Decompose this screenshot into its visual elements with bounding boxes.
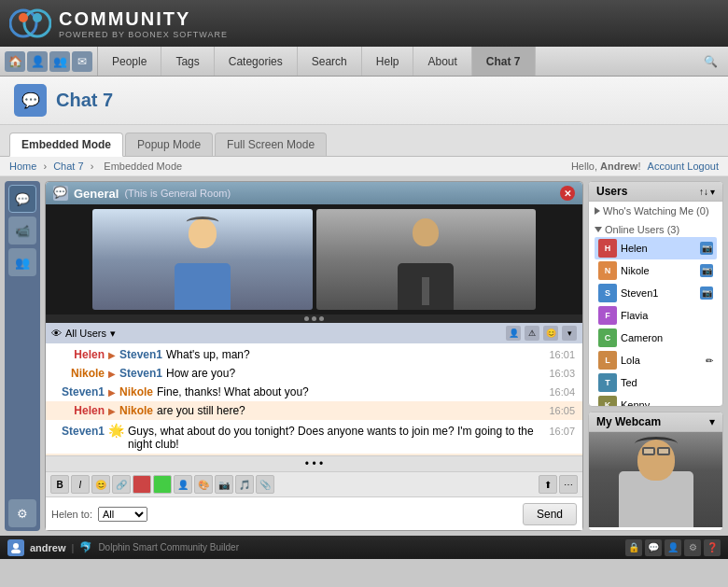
user-cam-steven1: 📷 (700, 287, 713, 300)
nav-bar: 🏠 👤 👥 ✉ People Tags Categories Search He… (0, 47, 728, 77)
users-panel: Users ↑↓ ▾ Who's Watching Me (0) Online … (588, 181, 723, 407)
toolbar-italic[interactable]: I (71, 475, 90, 494)
filter-settings-icon[interactable]: ▾ (562, 326, 577, 341)
user-item-nikole[interactable]: N Nikole 📷 (595, 259, 717, 282)
toolbar-bold[interactable]: B (50, 475, 69, 494)
user-item-flavia[interactable]: F Flavia (595, 304, 717, 327)
tab-people[interactable]: People (98, 47, 161, 76)
tab-search[interactable]: Search (298, 47, 362, 76)
msg-1: Helen ▶ Steven1 What's up, man? 16:01 (46, 345, 582, 364)
user-item-lola[interactable]: L Lola ✏ (595, 349, 717, 371)
sidebar-users-icon[interactable]: 👥 (8, 248, 36, 276)
sidebar-settings-icon[interactable]: ⚙ (8, 499, 36, 527)
tab-fullscreen[interactable]: Full Screen Mode (215, 133, 327, 156)
svg-point-3 (33, 13, 42, 22)
tab-popup[interactable]: Popup Mode (125, 133, 213, 156)
user-item-kenny[interactable]: K Kenny (595, 394, 717, 407)
input-to-label: Helen to: (51, 509, 92, 520)
webcam-title: My Webcam (596, 415, 661, 428)
bottom-separator: | (72, 542, 75, 553)
chat-close-button[interactable]: ✕ (560, 186, 575, 201)
right-panel: Users ↑↓ ▾ Who's Watching Me (0) Online … (588, 181, 723, 531)
user-item-steven1[interactable]: S Steven1 📷 (595, 282, 717, 304)
toolbar-extra2[interactable]: 📷 (215, 475, 233, 494)
breadcrumb-chat7[interactable]: Chat 7 (53, 161, 83, 172)
toolbar-extra3[interactable]: 🎵 (235, 475, 254, 494)
toolbar-emoji[interactable]: 😊 (91, 475, 110, 494)
user-cam-nikole: 📷 (700, 264, 713, 277)
filter-dropdown-icon[interactable]: ▾ (110, 328, 116, 340)
nav-group-icon[interactable]: 👥 (49, 51, 70, 72)
toolbar-extra4[interactable]: 📎 (256, 475, 274, 494)
user-avatar-lola: L (598, 351, 617, 370)
logo-text: COMMUNITY POWERED BY BOONEX SOFTWARE (59, 8, 228, 39)
bottom-icon-1[interactable]: 🔒 (625, 539, 642, 556)
toolbar-right: ⬆ ⋯ (539, 475, 578, 494)
user-item-helen[interactable]: H Helen 📷 (595, 237, 717, 259)
toolbar-expand[interactable]: ⬆ (539, 475, 557, 494)
toolbar-dots: • • • (46, 455, 582, 471)
send-button[interactable]: Send (523, 503, 577, 525)
bottom-icon-3[interactable]: 👤 (665, 539, 681, 556)
toolbar-link[interactable]: 🔗 (112, 475, 131, 494)
toolbar-users[interactable]: 👤 (174, 475, 192, 494)
users-sort-icon[interactable]: ↑↓ (699, 187, 708, 197)
bottom-bar: andrew | 🐬 Dolphin Smart Community Build… (0, 536, 728, 559)
bottom-icon-4[interactable]: ⚙ (684, 539, 701, 556)
sidebar-chat-icon[interactable]: 💬 (8, 185, 36, 213)
mode-tabs: Embedded Mode Popup Mode Full Screen Mod… (0, 125, 728, 157)
toolbar-color2[interactable] (153, 475, 172, 494)
toolbar-extra1[interactable]: 🎨 (194, 475, 213, 494)
tab-categories[interactable]: Categories (215, 47, 298, 76)
logo-main: COMMUNITY (59, 8, 228, 30)
msg-4-sender: Helen (53, 404, 105, 417)
online-header[interactable]: Online Users (3) (595, 222, 717, 237)
search-nav-icon[interactable]: 🔍 (700, 47, 728, 76)
users-panel-controls: ↑↓ ▾ (699, 187, 715, 197)
filter-smiley-icon[interactable]: 😊 (543, 326, 558, 341)
tab-chat7[interactable]: Chat 7 (472, 47, 536, 76)
nav-home-icon[interactable]: 🏠 (5, 51, 25, 72)
bottom-icon-5[interactable]: ❓ (704, 539, 721, 556)
msg-3: Steven1 ▶ Nikole Fine, thanks! What abou… (46, 383, 582, 401)
input-to-select[interactable]: All Helen Nikole (98, 507, 147, 522)
webcam-header: My Webcam ▾ (589, 412, 722, 432)
user-item-cameron[interactable]: C Cameron (595, 327, 717, 349)
logo-sub: POWERED BY BOONEX SOFTWARE (59, 30, 228, 39)
watching-header[interactable]: Who's Watching Me (0) (595, 203, 717, 218)
webcam-expand-icon[interactable]: ▾ (709, 415, 715, 428)
user-avatar-steven1: S (598, 284, 617, 302)
watching-collapse-icon (595, 207, 600, 215)
nav-mail-icon[interactable]: ✉ (72, 51, 92, 72)
user-avatar-flavia: F (598, 306, 617, 325)
user-avatar-helen: H (598, 239, 617, 258)
breadcrumb-home[interactable]: Home (9, 161, 36, 172)
toolbar-color1[interactable] (133, 475, 151, 494)
user-name-lola: Lola (621, 355, 702, 366)
tab-help[interactable]: Help (362, 47, 414, 76)
msg-3-time: 16:04 (549, 386, 575, 398)
tab-embedded[interactable]: Embedded Mode (9, 133, 123, 157)
toolbar-more[interactable]: ⋯ (559, 475, 578, 494)
tab-about[interactable]: About (413, 47, 471, 76)
user-avatar-ted: T (598, 373, 617, 392)
user-item-ted[interactable]: T Ted (595, 371, 717, 394)
user-lola-icon: ✏ (706, 356, 713, 366)
page-title: Chat 7 (56, 90, 113, 111)
video-feed-2 (316, 209, 537, 310)
nav-user-icon[interactable]: 👤 (27, 51, 48, 72)
bottom-icons-group: 🔒 💬 👤 ⚙ ❓ (625, 539, 721, 556)
user-name-ted: Ted (621, 377, 713, 388)
left-sidebar: 💬 📹 👥 ⚙ (5, 181, 40, 531)
tab-tags[interactable]: Tags (161, 47, 214, 76)
users-menu-icon[interactable]: ▾ (710, 187, 715, 197)
svg-point-5 (11, 549, 21, 553)
bottom-icon-2[interactable]: 💬 (645, 539, 662, 556)
svg-point-4 (13, 543, 19, 549)
sidebar-video-icon[interactable]: 📹 (8, 217, 36, 245)
chat-header: 💬 General (This is General Room) ✕ (46, 182, 582, 204)
filter-alert-icon[interactable]: ⚠ (525, 326, 539, 341)
filter-user-icon[interactable]: 👤 (506, 326, 521, 341)
msg-2-sender: Nikole (53, 367, 105, 380)
breadcrumb-account-link[interactable]: Account Logout (648, 161, 719, 172)
